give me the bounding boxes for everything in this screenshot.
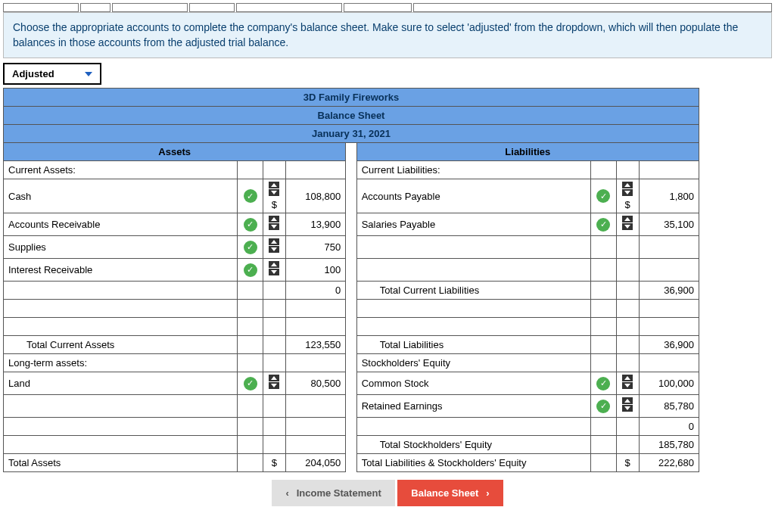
value-stepper[interactable] bbox=[616, 395, 639, 418]
statement-date: January 31, 2021 bbox=[4, 125, 699, 143]
supplies-label[interactable]: Supplies bbox=[4, 236, 238, 259]
value-stepper[interactable]: $ bbox=[616, 179, 639, 213]
chevron-left-icon: ‹ bbox=[285, 487, 288, 499]
chevron-down-icon bbox=[85, 72, 92, 76]
company-name: 3D Family Fireworks bbox=[4, 89, 699, 107]
balance-sheet-table: 3D Family Fireworks Balance Sheet Januar… bbox=[3, 88, 699, 472]
re-value[interactable]: 85,780 bbox=[639, 395, 699, 418]
total-assets-label: Total Assets bbox=[4, 454, 238, 472]
dollar-icon: $ bbox=[272, 199, 277, 210]
cs-label[interactable]: Common Stock bbox=[356, 372, 590, 395]
check-icon bbox=[596, 189, 610, 203]
ar-label[interactable]: Accounts Receivable bbox=[4, 213, 238, 236]
current-tab-label: Balance Sheet bbox=[411, 487, 478, 499]
intrec-value[interactable]: 100 bbox=[285, 259, 345, 282]
ap-value[interactable]: 1,800 bbox=[639, 179, 699, 213]
dollar-icon: $ bbox=[272, 457, 277, 468]
total-current-liab-value: 36,900 bbox=[639, 282, 699, 300]
value-stepper[interactable]: $ bbox=[263, 179, 286, 213]
supplies-value[interactable]: 750 bbox=[285, 236, 345, 259]
value-stepper[interactable] bbox=[263, 213, 286, 236]
sp-value[interactable]: 35,100 bbox=[639, 213, 699, 236]
value-stepper[interactable] bbox=[616, 372, 639, 395]
dollar-icon: $ bbox=[624, 199, 630, 210]
dollar-icon: $ bbox=[624, 457, 630, 468]
total-assets-value: 204,050 bbox=[285, 454, 345, 472]
sp-label[interactable]: Salaries Payable bbox=[356, 213, 590, 236]
land-value[interactable]: 80,500 bbox=[285, 372, 345, 395]
current-tab-button[interactable]: Balance Sheet › bbox=[397, 480, 503, 506]
total-current-liab-label: Total Current Liabilities bbox=[356, 282, 590, 300]
check-icon bbox=[244, 263, 257, 277]
asset-zero-value[interactable]: 0 bbox=[285, 282, 345, 300]
tlse-value: 222,680 bbox=[639, 454, 699, 472]
value-stepper[interactable] bbox=[263, 259, 286, 282]
dropdown-label: Adjusted bbox=[12, 68, 54, 79]
instructions-banner: Choose the appropriate accounts to compl… bbox=[3, 12, 772, 58]
total-liab-value: 36,900 bbox=[639, 336, 699, 354]
check-icon bbox=[244, 189, 257, 203]
total-current-assets-label: Total Current Assets bbox=[4, 336, 238, 354]
liabilities-heading: Liabilities bbox=[356, 143, 699, 161]
intrec-label[interactable]: Interest Receivable bbox=[4, 259, 238, 282]
check-icon bbox=[596, 400, 610, 413]
total-liab-label: Total Liabilities bbox=[356, 336, 590, 354]
prev-tab-label: Income Statement bbox=[297, 487, 381, 499]
check-icon bbox=[596, 377, 610, 390]
land-label[interactable]: Land bbox=[4, 372, 238, 395]
chevron-right-icon: › bbox=[486, 487, 489, 499]
current-assets-label: Current Assets: bbox=[4, 161, 238, 179]
cash-value[interactable]: 108,800 bbox=[285, 179, 345, 213]
check-icon bbox=[244, 377, 257, 390]
ap-label[interactable]: Accounts Payable bbox=[356, 179, 590, 213]
top-tab-stubs bbox=[3, 3, 772, 12]
cash-label[interactable]: Cash bbox=[4, 179, 238, 213]
tlse-label: Total Liabilities & Stockholders' Equity bbox=[356, 454, 590, 472]
statement-title: Balance Sheet bbox=[4, 107, 699, 125]
tse-value: 185,780 bbox=[639, 436, 699, 454]
check-icon bbox=[244, 241, 257, 254]
tse-label: Total Stockholders' Equity bbox=[356, 436, 590, 454]
current-liabilities-label: Current Liabilities: bbox=[356, 161, 590, 179]
prev-tab-button[interactable]: ‹ Income Statement bbox=[272, 480, 394, 506]
value-stepper[interactable] bbox=[263, 372, 286, 395]
re-label[interactable]: Retained Earnings bbox=[356, 395, 590, 418]
bottom-nav: ‹ Income Statement Balance Sheet › bbox=[3, 480, 772, 506]
cs-value[interactable]: 100,000 bbox=[639, 372, 699, 395]
value-stepper[interactable] bbox=[263, 236, 286, 259]
assets-heading: Assets bbox=[4, 143, 346, 161]
longterm-label: Long-term assets: bbox=[4, 354, 238, 372]
ar-value[interactable]: 13,900 bbox=[285, 213, 345, 236]
liab-zero-value[interactable]: 0 bbox=[639, 418, 699, 436]
se-label: Stockholders' Equity bbox=[356, 354, 590, 372]
check-icon bbox=[596, 218, 610, 232]
value-stepper[interactable] bbox=[616, 213, 639, 236]
check-icon bbox=[244, 218, 257, 232]
trial-balance-dropdown[interactable]: Adjusted bbox=[3, 63, 101, 85]
total-current-assets-value: 123,550 bbox=[285, 336, 345, 354]
